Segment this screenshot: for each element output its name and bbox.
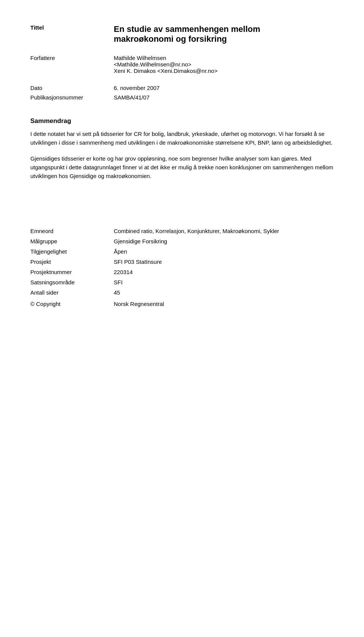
title-value: En studie av sammenhengen mellom makroøk… [114, 23, 334, 46]
authors-value: Mathilde Wilhelmsen <Mathilde.Wilhelmsen… [114, 53, 334, 76]
satsningsomrade-value: SFI [114, 277, 334, 287]
prosjektnummer-label: Prosjektnummer [30, 267, 114, 277]
satsningsomrade-label: Satsningsområde [30, 277, 114, 287]
tilgjengelighet-label: Tilgjengelighet [30, 246, 114, 257]
bottom-metadata-table: Emneord Combined ratio, Korrelasjon, Kon… [30, 226, 334, 309]
authors-label: Forfattere [30, 53, 114, 76]
tilgjengelighet-value: Åpen [114, 246, 334, 257]
sammendrag-title: Sammendrag [30, 117, 334, 125]
author2-name: Xeni K. Dimakos [114, 68, 156, 74]
copyright-label: © Copyright [30, 298, 114, 309]
copyright-value: Norsk Regnesentral [114, 298, 334, 309]
malgruppe-value: Gjensidige Forsikring [114, 236, 334, 246]
author2-email: <Xeni.Dimakos@nr.no> [157, 68, 218, 74]
malgruppe-label: Målgruppe [30, 236, 114, 246]
header-metadata-table: Tittel En studie av sammenhengen mellom … [30, 23, 334, 102]
antall-sider-label: Antall sider [30, 287, 114, 298]
pub-label: Publikasjonsnummer [30, 93, 114, 102]
sammendrag-paragraph2: Gjensidiges tidsserier er korte og har g… [30, 154, 334, 181]
sammendrag-paragraph1: I dette notatet har vi sett på tidsserie… [30, 129, 334, 147]
emneord-value: Combined ratio, Korrelasjon, Konjunkture… [114, 226, 334, 236]
copyright-symbol: © [30, 301, 35, 307]
prosjekt-label: Prosjekt [30, 257, 114, 267]
page-container: Tittel En studie av sammenhengen mellom … [30, 23, 334, 637]
sammendrag-section: Sammendrag I dette notatet har vi sett p… [30, 117, 334, 180]
prosjektnummer-value: 220314 [114, 267, 334, 277]
copyright-text: Copyright [36, 301, 60, 307]
pub-value: SAMBA/41/07 [114, 93, 334, 102]
prosjekt-value: SFI P03 StatInsure [114, 257, 334, 267]
title-line1: En studie av sammenhengen mellom [114, 24, 260, 34]
author1-name: Mathilde Wilhelmsen [114, 55, 166, 61]
author1-email: <Mathilde.Wilhelmsen@nr.no> [114, 61, 191, 68]
antall-sider-value: 45 [114, 287, 334, 298]
dato-value: 6. november 2007 [114, 83, 334, 93]
emneord-label: Emneord [30, 226, 114, 236]
title-line2: makroøkonomi og forsikring [114, 34, 227, 44]
title-label: Tittel [30, 23, 114, 46]
dato-label: Dato [30, 83, 114, 93]
bottom-metadata: Emneord Combined ratio, Korrelasjon, Kon… [30, 226, 334, 309]
